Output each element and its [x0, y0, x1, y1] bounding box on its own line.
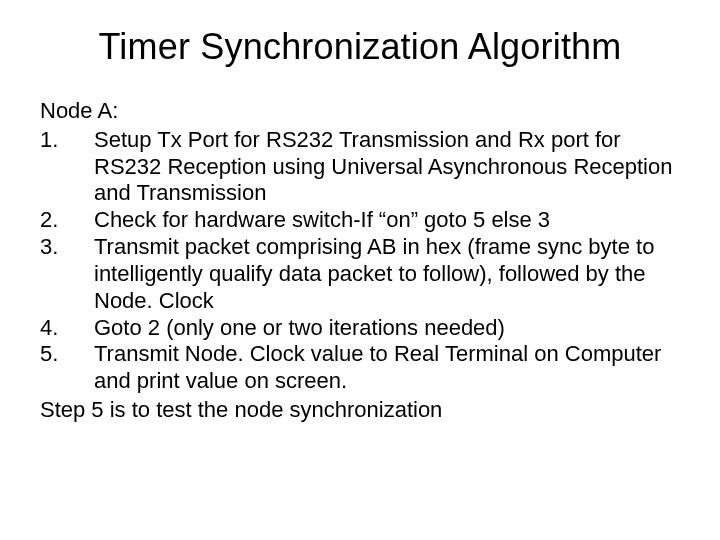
list-item: 2. Check for hardware switch-If “on” got…: [40, 207, 680, 234]
intro-line: Node A:: [40, 98, 680, 125]
item-number: 3.: [40, 234, 94, 261]
slide-body: Node A: 1. Setup Tx Port for RS232 Trans…: [40, 98, 680, 424]
item-text: Check for hardware switch-If “on” goto 5…: [94, 207, 680, 234]
slide: Timer Synchronization Algorithm Node A: …: [0, 0, 720, 540]
list-item: 4. Goto 2 (only one or two iterations ne…: [40, 315, 680, 342]
item-number: 5.: [40, 341, 94, 368]
item-number: 4.: [40, 315, 94, 342]
tail-line: Step 5 is to test the node synchronizati…: [40, 397, 680, 424]
item-text: Transmit Node. Clock value to Real Termi…: [94, 341, 680, 395]
list-item: 1. Setup Tx Port for RS232 Transmission …: [40, 127, 680, 207]
numbered-list: 1. Setup Tx Port for RS232 Transmission …: [40, 127, 680, 395]
item-text: Transmit packet comprising AB in hex (fr…: [94, 234, 680, 314]
item-text: Goto 2 (only one or two iterations neede…: [94, 315, 680, 342]
item-text: Setup Tx Port for RS232 Transmission and…: [94, 127, 680, 207]
list-item: 3. Transmit packet comprising AB in hex …: [40, 234, 680, 314]
item-number: 1.: [40, 127, 94, 154]
list-item: 5. Transmit Node. Clock value to Real Te…: [40, 341, 680, 395]
item-number: 2.: [40, 207, 94, 234]
slide-title: Timer Synchronization Algorithm: [40, 26, 680, 68]
